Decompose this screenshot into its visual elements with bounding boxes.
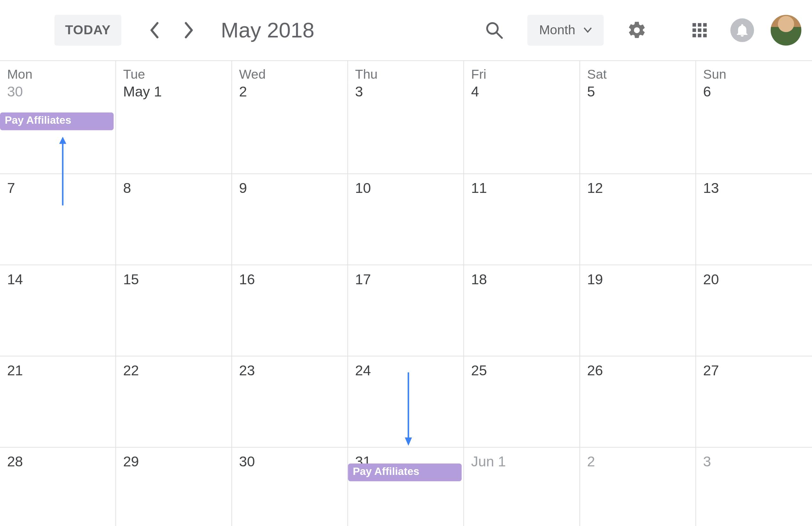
day-cell[interactable]: 23 bbox=[232, 356, 348, 447]
day-cell[interactable]: 11 bbox=[464, 173, 580, 265]
day-cell[interactable]: 25 bbox=[464, 356, 580, 447]
day-number: 4 bbox=[471, 82, 572, 100]
day-cell[interactable]: Jun 1 bbox=[464, 447, 580, 526]
day-cell[interactable]: 13 bbox=[696, 173, 812, 265]
day-number: 11 bbox=[471, 174, 572, 197]
day-number: 3 bbox=[355, 82, 456, 100]
today-button[interactable]: TODAY bbox=[55, 15, 121, 46]
day-number: 20 bbox=[703, 265, 805, 288]
day-number: 3 bbox=[703, 447, 805, 470]
apps-grid-icon bbox=[693, 23, 707, 38]
day-of-week-row: Mon Tue Wed Thu Fri Sat Sun bbox=[0, 61, 812, 82]
day-cell[interactable]: 7 bbox=[0, 173, 116, 265]
dow-mon: Mon bbox=[0, 61, 116, 82]
day-number: 19 bbox=[587, 265, 688, 288]
day-number: 30 bbox=[239, 447, 340, 470]
day-cell[interactable]: 12 bbox=[580, 173, 696, 265]
bell-icon bbox=[730, 18, 754, 42]
day-cell[interactable]: 2 bbox=[232, 82, 348, 173]
day-number: 5 bbox=[587, 82, 688, 100]
dow-sat: Sat bbox=[580, 61, 696, 82]
day-number: 7 bbox=[7, 174, 108, 197]
day-cell[interactable]: 28 bbox=[0, 447, 116, 526]
apps-button[interactable] bbox=[683, 14, 716, 47]
dow-thu: Thu bbox=[348, 61, 464, 82]
search-button[interactable] bbox=[478, 14, 511, 47]
day-number: 2 bbox=[239, 82, 340, 100]
day-number: Jun 1 bbox=[471, 447, 572, 470]
calendar-grid: 30May 1234567891011121314151617181920212… bbox=[0, 82, 812, 526]
day-cell[interactable]: 5 bbox=[580, 82, 696, 173]
day-number: 23 bbox=[239, 356, 340, 379]
day-cell[interactable]: 19 bbox=[580, 265, 696, 356]
day-cell[interactable]: 9 bbox=[232, 173, 348, 265]
day-cell[interactable]: 15 bbox=[116, 265, 232, 356]
day-cell[interactable]: 3 bbox=[348, 82, 464, 173]
notifications-button[interactable] bbox=[726, 14, 759, 47]
day-number: 9 bbox=[239, 174, 340, 197]
day-cell[interactable]: 14 bbox=[0, 265, 116, 356]
day-cell[interactable]: 18 bbox=[464, 265, 580, 356]
day-cell[interactable]: 17 bbox=[348, 265, 464, 356]
day-cell[interactable]: 24 bbox=[348, 356, 464, 447]
dow-fri: Fri bbox=[464, 61, 580, 82]
day-cell[interactable]: 16 bbox=[232, 265, 348, 356]
event-pay-affiliates[interactable]: Pay Affiliates bbox=[0, 113, 114, 130]
day-number: 6 bbox=[703, 82, 805, 100]
month-title: May 2018 bbox=[221, 18, 314, 43]
day-cell[interactable]: 3 bbox=[696, 447, 812, 526]
gear-icon bbox=[627, 20, 647, 40]
day-number: 15 bbox=[123, 265, 224, 288]
day-cell[interactable]: 4 bbox=[464, 82, 580, 173]
day-number: 16 bbox=[239, 265, 340, 288]
day-cell[interactable]: 22 bbox=[116, 356, 232, 447]
day-cell[interactable]: 10 bbox=[348, 173, 464, 265]
day-number: 29 bbox=[123, 447, 224, 470]
day-number: 26 bbox=[587, 356, 688, 379]
chevron-right-icon bbox=[184, 22, 194, 38]
view-select[interactable]: Month bbox=[527, 15, 604, 46]
day-number: 27 bbox=[703, 356, 805, 379]
event-pay-affiliates[interactable]: Pay Affiliates bbox=[348, 464, 462, 481]
day-number: 17 bbox=[355, 265, 456, 288]
day-number: 13 bbox=[703, 174, 805, 197]
day-number: 14 bbox=[7, 265, 108, 288]
day-number: 28 bbox=[7, 447, 108, 470]
day-cell[interactable]: 6 bbox=[696, 82, 812, 173]
settings-button[interactable] bbox=[620, 14, 653, 47]
next-month-button[interactable] bbox=[177, 18, 201, 42]
day-number: 30 bbox=[7, 82, 108, 100]
day-number: 24 bbox=[355, 356, 456, 379]
chevron-left-icon bbox=[149, 22, 160, 38]
day-cell[interactable]: 2 bbox=[580, 447, 696, 526]
day-number: 22 bbox=[123, 356, 224, 379]
day-cell[interactable]: 30 bbox=[232, 447, 348, 526]
month-nav bbox=[143, 18, 201, 42]
day-cell[interactable]: May 1 bbox=[116, 82, 232, 173]
day-cell[interactable]: 27 bbox=[696, 356, 812, 447]
day-number: 25 bbox=[471, 356, 572, 379]
day-number: 10 bbox=[355, 174, 456, 197]
prev-month-button[interactable] bbox=[143, 18, 166, 42]
view-select-label: Month bbox=[539, 23, 575, 38]
day-cell[interactable]: 31 bbox=[348, 447, 464, 526]
dow-sun: Sun bbox=[696, 61, 812, 82]
user-avatar[interactable] bbox=[771, 15, 801, 46]
day-number: 12 bbox=[587, 174, 688, 197]
day-cell[interactable]: 21 bbox=[0, 356, 116, 447]
day-number: May 1 bbox=[123, 82, 224, 100]
svg-line-1 bbox=[496, 33, 502, 38]
day-cell[interactable]: 26 bbox=[580, 356, 696, 447]
day-cell[interactable]: 20 bbox=[696, 265, 812, 356]
day-cell[interactable]: 29 bbox=[116, 447, 232, 526]
day-number: 2 bbox=[587, 447, 688, 470]
dow-wed: Wed bbox=[232, 61, 348, 82]
day-cell[interactable]: 8 bbox=[116, 173, 232, 265]
day-number: 8 bbox=[123, 174, 224, 197]
app-header: TODAY May 2018 Month bbox=[0, 0, 812, 60]
calendar: Mon Tue Wed Thu Fri Sat Sun 30May 123456… bbox=[0, 60, 812, 526]
dow-tue: Tue bbox=[116, 61, 232, 82]
day-number: 18 bbox=[471, 265, 572, 288]
day-number: 21 bbox=[7, 356, 108, 379]
search-icon bbox=[485, 20, 504, 40]
